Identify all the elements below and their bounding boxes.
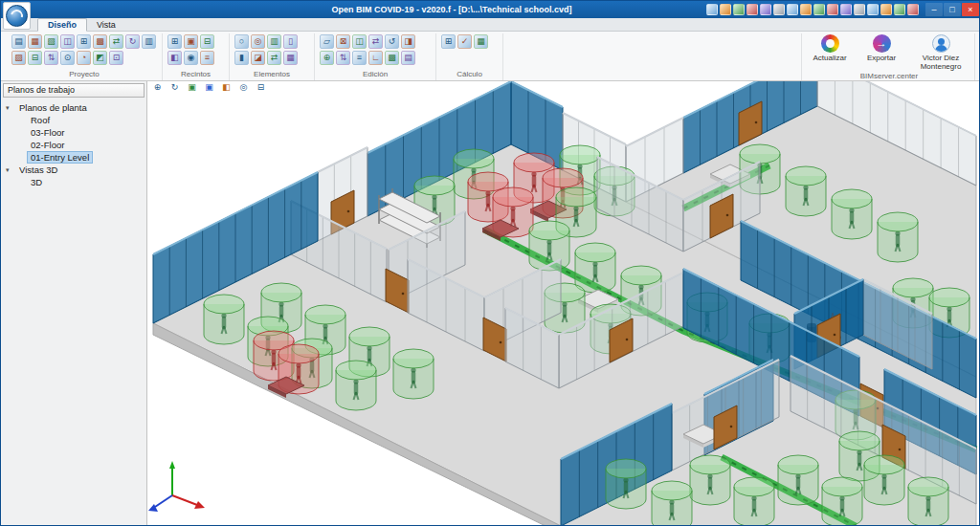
partition-icon[interactable]: ▮ bbox=[234, 51, 249, 65]
room-list-icon[interactable]: ≡ bbox=[200, 51, 214, 65]
ribbon-group-recintos: ⊞▣⊟◧◉≡ Recintos bbox=[163, 33, 230, 80]
chevron-down-icon[interactable]: ▾ bbox=[6, 166, 16, 174]
delete-room-icon[interactable]: ⊟ bbox=[200, 34, 214, 49]
check-distances-icon[interactable]: ✓ bbox=[457, 34, 472, 49]
tags-icon[interactable]: ⊟ bbox=[253, 81, 269, 94]
layers-icon[interactable]: ▩ bbox=[93, 34, 107, 49]
references-icon[interactable]: ⊞ bbox=[77, 34, 91, 49]
rotate-icon[interactable]: ↺ bbox=[385, 34, 399, 49]
library-icon[interactable]: ◩ bbox=[93, 51, 107, 65]
import-bim-icon[interactable]: ⇄ bbox=[109, 34, 123, 49]
coordinate-axes-icon[interactable]: ⊕ bbox=[149, 81, 166, 94]
copy-icon[interactable]: ◫ bbox=[352, 34, 367, 49]
ribbon-tabs: Diseño Vista bbox=[1, 18, 979, 32]
tree-item-label: 01-Entry Level bbox=[28, 152, 92, 163]
actualizar-button[interactable]: Actualizar bbox=[808, 34, 852, 62]
furniture-icon[interactable]: ▥ bbox=[267, 34, 281, 49]
zoom-icon[interactable]: ⊕ bbox=[320, 51, 334, 65]
tree-item-01-entry-level[interactable]: 01-Entry Level bbox=[1, 151, 146, 164]
tree-item-label: Vistas 3D bbox=[16, 164, 60, 175]
door-icon[interactable]: ▯ bbox=[283, 34, 298, 49]
user-account-button[interactable]: Victor Diez Montenegro bbox=[911, 34, 970, 71]
layers-edit-icon[interactable]: ▩ bbox=[385, 51, 399, 65]
views-icon[interactable]: ◫ bbox=[60, 34, 75, 49]
group-label: Edición bbox=[320, 69, 431, 80]
model-viewport[interactable] bbox=[147, 81, 979, 525]
print-icon[interactable]: ⊟ bbox=[28, 51, 42, 65]
properties-icon[interactable]: ▤ bbox=[401, 51, 415, 65]
grid-icon[interactable] bbox=[840, 4, 852, 15]
capture-icon[interactable] bbox=[800, 4, 812, 15]
app-menu-button[interactable] bbox=[3, 2, 31, 30]
itinerary-icon[interactable]: ⇄ bbox=[267, 51, 281, 65]
reports-icon[interactable] bbox=[760, 4, 771, 15]
tree-item-vistas-3d[interactable]: ▾Vistas 3D bbox=[1, 164, 146, 176]
signage-icon[interactable]: ◪ bbox=[251, 51, 265, 65]
visibility-icon[interactable]: ◎ bbox=[235, 81, 252, 94]
move-icon[interactable]: ⇄ bbox=[368, 34, 383, 49]
maximize-button[interactable]: □ bbox=[944, 3, 961, 16]
calculate-icon[interactable]: ⊞ bbox=[441, 34, 456, 49]
ribbon-group-proyecto: ▤▦▧◫⊞▩⇄↻▥▨⊟⇅⊙◔◩⊡ Proyecto bbox=[7, 33, 163, 80]
shading-mode-icon[interactable]: ▣ bbox=[184, 81, 200, 94]
new-window-icon[interactable] bbox=[733, 4, 745, 15]
tab-diseno[interactable]: Diseño bbox=[37, 18, 87, 32]
user-name: Victor Diez Montenegro bbox=[911, 54, 970, 71]
tree-item-roof[interactable]: Roof bbox=[1, 114, 146, 126]
export-plan-icon[interactable]: ⇅ bbox=[44, 51, 58, 65]
new-room-icon[interactable]: ⊞ bbox=[167, 34, 182, 49]
tree-item-planos-de-planta[interactable]: ▾Planos de planta bbox=[1, 101, 146, 114]
tile-windows-icon[interactable] bbox=[854, 4, 865, 15]
layers-icon[interactable] bbox=[787, 4, 798, 15]
area-icon[interactable]: ▦ bbox=[283, 51, 298, 65]
tree-item-label: 03-Floor bbox=[28, 127, 67, 138]
update-bim-icon[interactable]: ↻ bbox=[125, 34, 140, 49]
drawings-icon[interactable] bbox=[773, 4, 785, 15]
options-icon[interactable]: ⊙ bbox=[60, 51, 75, 65]
people-group-icon[interactable]: ◎ bbox=[251, 34, 265, 49]
tree-item-02-floor[interactable]: 02-Floor bbox=[1, 139, 146, 151]
close-button[interactable]: × bbox=[962, 3, 979, 16]
floor-plans-icon[interactable]: ▦ bbox=[28, 34, 42, 49]
tree-item-03-floor[interactable]: 03-Floor bbox=[1, 126, 146, 139]
tree-item-3d[interactable]: 3D bbox=[1, 176, 146, 188]
settings-icon[interactable] bbox=[880, 4, 892, 15]
measure-icon[interactable] bbox=[813, 4, 825, 15]
cascade-windows-icon[interactable] bbox=[867, 4, 879, 15]
room-type-icon[interactable]: ◧ bbox=[167, 51, 182, 65]
edit-room-icon[interactable]: ▣ bbox=[184, 34, 198, 49]
titlebar-tools bbox=[706, 4, 921, 15]
axis-gizmo bbox=[148, 461, 205, 512]
person-icon[interactable]: ○ bbox=[234, 34, 249, 49]
erase-icon[interactable]: ⊠ bbox=[336, 34, 350, 49]
info-icon[interactable] bbox=[907, 4, 919, 15]
chevron-down-icon[interactable]: ▾ bbox=[6, 104, 16, 112]
occupancy-icon[interactable]: ◉ bbox=[184, 51, 198, 65]
render-mode-icon[interactable]: ▣ bbox=[201, 81, 217, 94]
general-data-icon[interactable]: ▤ bbox=[11, 34, 26, 49]
pan-icon[interactable]: ⇅ bbox=[336, 51, 350, 65]
edit-icon[interactable]: ▱ bbox=[320, 34, 334, 49]
minimize-button[interactable]: – bbox=[925, 3, 943, 16]
orbit-view-icon[interactable]: ↻ bbox=[167, 81, 183, 94]
reports-icon[interactable]: ▨ bbox=[11, 51, 26, 65]
drawings-icon[interactable]: ▥ bbox=[142, 34, 156, 49]
edicion-tools: ▱⊠◫⇄↺◨⊕⇅≡∟▩▤ bbox=[320, 34, 431, 65]
help-icon[interactable] bbox=[894, 4, 905, 15]
edit-plan-icon[interactable]: ▧ bbox=[44, 34, 58, 49]
viewport-area: ⊕↻▣▣◧◎⊟ bbox=[147, 81, 979, 525]
exportar-button[interactable]: → Exportar bbox=[859, 34, 903, 62]
main-content: Planos de trabajo ▾Planos de plantaRoof0… bbox=[1, 81, 979, 525]
print-icon[interactable] bbox=[827, 4, 838, 15]
dimension-icon[interactable]: ∟ bbox=[368, 51, 383, 65]
palette-icon[interactable]: ◧ bbox=[218, 81, 234, 94]
mirror-icon[interactable]: ◨ bbox=[401, 34, 415, 49]
help-icon[interactable]: ⊡ bbox=[109, 51, 123, 65]
results-icon[interactable]: ▦ bbox=[474, 34, 488, 49]
tab-vista[interactable]: Vista bbox=[87, 19, 125, 31]
measure-icon[interactable]: ≡ bbox=[352, 51, 367, 65]
window-list-icon[interactable] bbox=[746, 4, 758, 15]
configuration-icon[interactable]: ◔ bbox=[77, 51, 91, 65]
ribbon-group-bimserver: Actualizar → Exportar Victor Diez Monten… bbox=[801, 33, 975, 80]
proyecto-tools: ▤▦▧◫⊞▩⇄↻▥▨⊟⇅⊙◔◩⊡ bbox=[11, 34, 157, 65]
